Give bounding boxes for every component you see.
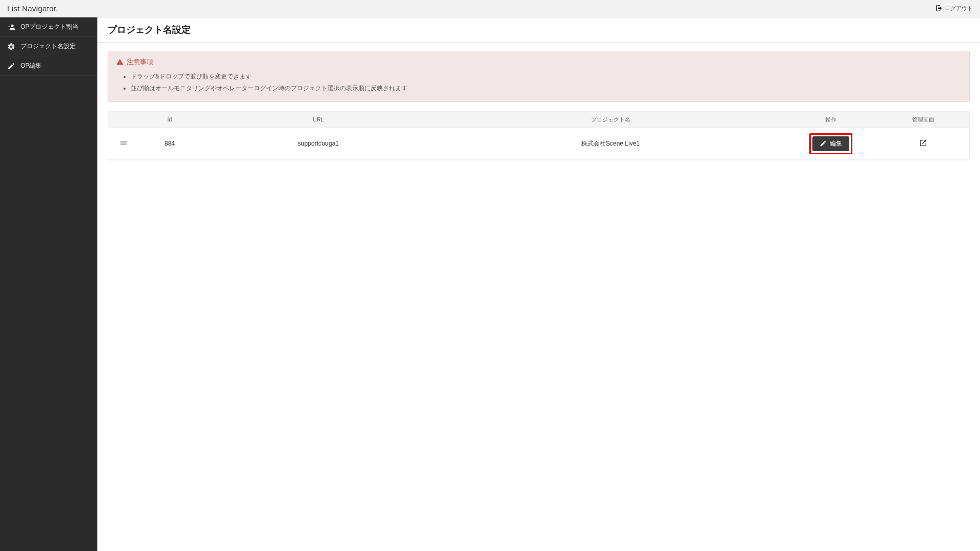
external-link-icon — [919, 139, 927, 147]
col-header-admin: 管理画面 — [877, 112, 969, 128]
notice-title-text: 注意事項 — [127, 57, 153, 67]
project-table-wrap: id URL プロジェクト名 操作 管理画面 — [108, 111, 970, 160]
edit-icon — [7, 62, 15, 70]
sidebar: OPプロジェクト割当 プロジェクト名設定 OP編集 — [0, 17, 97, 551]
pencil-square-icon — [820, 140, 827, 147]
page-title: プロジェクト名設定 — [108, 24, 970, 36]
admin-external-link[interactable] — [919, 139, 927, 147]
table-row: 884 supportdouga1 株式会社Scene Live1 編集 — [108, 128, 969, 159]
brand-title: List Navigator. — [7, 4, 58, 13]
col-header-url: URL — [200, 112, 436, 128]
edit-button-label: 編集 — [830, 139, 842, 148]
sidebar-item-label: プロジェクト名設定 — [21, 42, 76, 51]
col-header-action: 操作 — [785, 112, 877, 128]
col-header-project-name: プロジェクト名 — [436, 112, 785, 128]
cell-project-name: 株式会社Scene Live1 — [436, 128, 785, 159]
notice-list: ドラッグ&ドロップで並び順を変更できます 並び順はオールモニタリングやオペレータ… — [116, 71, 961, 94]
user-minus-icon — [7, 23, 15, 31]
main-content: プロジェクト名設定 注意事項 ドラッグ&ドロップで並び順を変更できます 並び順は… — [97, 17, 980, 551]
notice-title-row: 注意事項 — [116, 57, 961, 67]
logout-icon — [935, 5, 943, 13]
project-table: id URL プロジェクト名 操作 管理画面 — [108, 112, 969, 160]
gear-icon — [7, 43, 15, 51]
logout-label: ログアウト — [945, 5, 973, 12]
sidebar-item-project-name-settings[interactable]: プロジェクト名設定 — [0, 37, 97, 56]
edit-button-highlight: 編集 — [809, 133, 852, 154]
notice-box: 注意事項 ドラッグ&ドロップで並び順を変更できます 並び順はオールモニタリングや… — [108, 51, 970, 102]
edit-button[interactable]: 編集 — [812, 136, 849, 151]
col-header-id: id — [139, 112, 200, 128]
drag-handle-icon[interactable] — [119, 139, 128, 147]
warning-icon — [116, 58, 124, 66]
notice-item: 並び順はオールモニタリングやオペレーターログイン時のプロジェクト選択の表示順に反… — [131, 83, 961, 94]
sidebar-item-label: OPプロジェクト割当 — [21, 23, 78, 31]
top-bar: List Navigator. ログアウト — [0, 0, 980, 17]
col-header-drag — [108, 112, 139, 128]
cell-id: 884 — [139, 128, 200, 159]
logout-link[interactable]: ログアウト — [935, 5, 973, 13]
sidebar-item-label: OP編集 — [21, 62, 42, 70]
notice-item: ドラッグ&ドロップで並び順を変更できます — [131, 71, 961, 83]
sidebar-item-op-project-assign[interactable]: OPプロジェクト割当 — [0, 17, 97, 37]
page-header: プロジェクト名設定 — [97, 17, 980, 43]
sidebar-item-op-edit[interactable]: OP編集 — [0, 56, 97, 76]
cell-url: supportdouga1 — [200, 128, 436, 159]
